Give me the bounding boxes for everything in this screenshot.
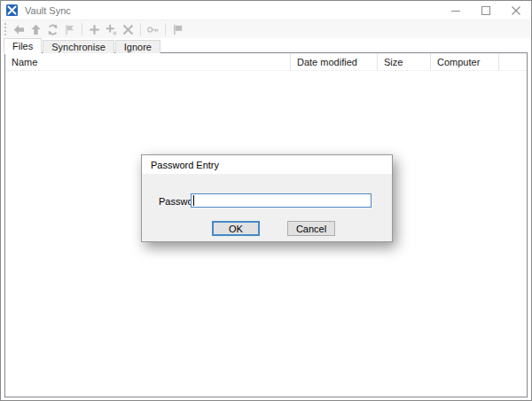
titlebar: Vault Sync [1,1,531,20]
add-secondary-button[interactable] [104,22,119,37]
delete-icon [121,23,135,36]
maximize-icon [481,6,490,15]
column-header-date-modified-label: Date modified [297,57,357,67]
column-header-name-label: Name [12,57,37,67]
text-caret [193,195,194,206]
cancel-button[interactable]: Cancel [287,221,335,236]
key-icon [146,23,160,36]
window-title: Vault Sync [25,5,71,16]
column-header-name[interactable]: Name [5,53,291,70]
toolbar-separator [82,23,82,35]
tab-ignore-label: Ignore [124,42,152,52]
tab-files-label: Files [12,41,33,51]
report-flag-icon [171,23,184,36]
ok-button-label: OK [229,224,243,234]
column-header-computer-label: Computer [437,57,480,67]
flag-button[interactable] [62,22,77,37]
add-secondary-icon [105,23,118,36]
flag-icon [63,23,76,36]
tab-ignore[interactable]: Ignore [115,40,160,53]
close-button[interactable] [501,1,531,20]
toolbar-separator [165,23,166,35]
toolbar-grip[interactable] [4,23,7,35]
up-button[interactable] [28,22,43,37]
dialog-titlebar: Password Entry [142,155,392,174]
add-button[interactable] [87,22,102,37]
tab-synchronise[interactable]: Synchronise [43,40,114,53]
toolbar [2,20,530,38]
vault-sync-window: Vault Sync [0,0,532,401]
ok-button[interactable]: OK [212,221,260,236]
cancel-button-label: Cancel [296,224,326,234]
minimize-icon [451,6,460,15]
password-input[interactable] [191,193,372,208]
maximize-button[interactable] [471,1,501,20]
add-icon [88,23,101,36]
up-arrow-icon [29,23,43,36]
password-entry-dialog: Password Entry Password: OK Cancel [141,154,393,242]
file-list-header: Name Date modified Size Computer [5,53,527,71]
tabstrip: Files Synchronise Ignore [4,38,161,53]
delete-button[interactable] [121,22,136,37]
back-arrow-icon [12,23,26,36]
report-flag-button[interactable] [170,22,185,37]
minimize-button[interactable] [441,1,471,20]
column-header-computer[interactable]: Computer [431,53,499,70]
close-icon [512,6,520,15]
window-controls [441,1,531,20]
toolbar-separator [140,23,141,35]
column-header-size-label: Size [384,57,403,67]
tab-synchronise-label: Synchronise [51,42,106,52]
column-header-size[interactable]: Size [378,53,431,70]
key-button[interactable] [145,22,160,37]
refresh-icon [46,23,59,36]
refresh-button[interactable] [45,22,60,37]
tab-files[interactable]: Files [4,38,42,53]
dialog-title: Password Entry [151,160,219,170]
vault-sync-logo-icon [6,4,18,16]
column-header-blank [499,53,527,70]
back-button[interactable] [12,22,27,37]
column-header-date-modified[interactable]: Date modified [291,53,378,70]
